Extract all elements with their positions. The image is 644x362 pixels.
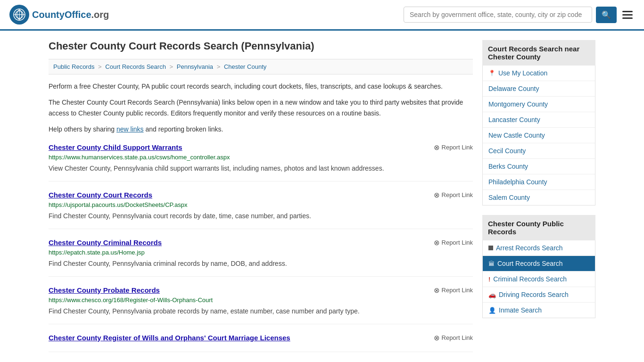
- breadcrumb-public-records[interactable]: Public Records: [53, 63, 94, 70]
- public-records-title: Chester County Public Records: [482, 215, 595, 240]
- new-links-link[interactable]: new links: [116, 125, 144, 133]
- location-icon: 📍: [488, 70, 495, 76]
- nearby-item-link[interactable]: Salem County: [488, 194, 530, 201]
- report-link[interactable]: ⊗Report Link: [434, 143, 473, 152]
- nearby-item-link[interactable]: Lancaster County: [488, 116, 540, 123]
- car-icon: 🚗: [488, 291, 496, 298]
- result-url: https://ujsportal.pacourts.us/DocketShee…: [49, 201, 473, 208]
- logo-suffix: .org: [91, 9, 109, 20]
- result-desc: View Chester County, Pennsylvania child …: [49, 164, 473, 173]
- public-records-item-label[interactable]: Driving Records Search: [499, 291, 569, 298]
- search-input[interactable]: [404, 7, 592, 23]
- nearby-item-link[interactable]: Montgomery County: [488, 100, 548, 108]
- logo-brand: CountyOffice: [32, 9, 91, 20]
- public-records-item[interactable]: !Criminal Records Search: [483, 272, 595, 287]
- result-url: https://epatch.state.pa.us/Home.jsp: [49, 249, 473, 256]
- results-list: Chester County Child Support Warrants⊗Re…: [49, 143, 473, 352]
- public-records-item-label[interactable]: Court Records Search: [497, 260, 563, 267]
- result-title[interactable]: Chester County Criminal Records: [49, 239, 162, 247]
- result-header: Chester County Child Support Warrants⊗Re…: [49, 143, 473, 152]
- nearby-item-link[interactable]: Cecil County: [488, 147, 526, 155]
- public-records-item-label[interactable]: Arrest Records Search: [496, 244, 563, 252]
- report-icon: ⊗: [434, 191, 440, 199]
- result-item: Chester County Child Support Warrants⊗Re…: [49, 143, 473, 181]
- report-icon: ⊗: [434, 334, 440, 342]
- public-records-item[interactable]: Arrest Records Search: [483, 240, 595, 256]
- nearby-item[interactable]: Cecil County: [483, 143, 595, 159]
- result-title[interactable]: Chester County Court Records: [49, 191, 152, 199]
- result-desc: Find Chester County, Pennsylvania probat…: [49, 306, 473, 316]
- search-icon: 🔍: [602, 11, 611, 19]
- nearby-item[interactable]: New Castle County: [483, 128, 595, 143]
- report-icon: ⊗: [434, 286, 440, 295]
- report-link[interactable]: ⊗Report Link: [434, 286, 473, 295]
- report-link[interactable]: ⊗Report Link: [434, 334, 473, 342]
- intro-text-1: Perform a free Chester County, PA public…: [49, 81, 473, 91]
- menu-button[interactable]: [620, 9, 635, 21]
- nearby-item[interactable]: Lancaster County: [483, 112, 595, 128]
- public-records-item[interactable]: 🚗Driving Records Search: [483, 287, 595, 303]
- nearby-item-link[interactable]: Berks County: [488, 163, 528, 170]
- result-item: Chester County Register of Wills and Orp…: [49, 334, 473, 352]
- report-icon: ⊗: [434, 239, 440, 247]
- menu-bar-1: [622, 11, 633, 12]
- breadcrumb-sep-3: >: [217, 63, 222, 70]
- result-title[interactable]: Chester County Probate Records: [49, 286, 160, 294]
- result-item: Chester County Criminal Records⊗Report L…: [49, 239, 473, 277]
- nearby-section: Court Records Search near Chester County…: [482, 40, 595, 206]
- nearby-item[interactable]: Berks County: [483, 159, 595, 174]
- public-records-section: Chester County Public Records Arrest Rec…: [482, 215, 595, 318]
- result-item: Chester County Court Records⊗Report Link…: [49, 191, 473, 229]
- sidebar: Court Records Search near Chester County…: [482, 40, 595, 362]
- public-records-item[interactable]: 🏛Court Records Search: [483, 256, 595, 272]
- share-text: Help others by sharing new links and rep…: [49, 124, 473, 134]
- report-label: Report Link: [442, 144, 473, 151]
- page-title: Chester County Court Records Search (Pen…: [49, 40, 473, 52]
- nearby-item[interactable]: Montgomery County: [483, 97, 595, 112]
- report-label: Report Link: [442, 334, 473, 341]
- public-records-item-label[interactable]: Criminal Records Search: [493, 275, 567, 283]
- nearby-item[interactable]: Salem County: [483, 190, 595, 205]
- nearby-item-link[interactable]: Use My Location: [498, 69, 547, 77]
- menu-bar-2: [622, 14, 633, 16]
- logo-area: CountyOffice.org: [9, 5, 109, 25]
- result-title[interactable]: Chester County Child Support Warrants: [49, 143, 182, 151]
- nearby-item[interactable]: Philadelphia County: [483, 174, 595, 190]
- building-icon: 🏛: [488, 260, 495, 267]
- share-before: Help others by sharing: [49, 125, 116, 133]
- search-button[interactable]: 🔍: [596, 7, 617, 23]
- nearby-title: Court Records Search near Chester County: [482, 40, 595, 66]
- logo-text: CountyOffice.org: [32, 9, 109, 20]
- result-title[interactable]: Chester County Register of Wills and Orp…: [49, 334, 290, 342]
- search-area: 🔍: [404, 7, 635, 23]
- result-header: Chester County Register of Wills and Orp…: [49, 334, 473, 342]
- report-label: Report Link: [442, 191, 473, 198]
- menu-bar-3: [622, 17, 633, 19]
- nearby-item-link[interactable]: New Castle County: [488, 132, 545, 139]
- intro-text-2: The Chester County Court Records Search …: [49, 97, 473, 118]
- report-label: Report Link: [442, 287, 473, 294]
- result-header: Chester County Probate Records⊗Report Li…: [49, 286, 473, 295]
- logo-icon: [9, 5, 29, 25]
- result-desc: Find Chester County, Pennsylvania crimin…: [49, 259, 473, 269]
- share-after: and reporting broken links.: [144, 125, 223, 133]
- nearby-item-link[interactable]: Delaware County: [488, 85, 539, 92]
- breadcrumb-sep-1: >: [98, 63, 103, 70]
- breadcrumb-pennsylvania[interactable]: Pennsylvania: [177, 63, 213, 70]
- public-records-item-label[interactable]: Inmate Search: [499, 306, 542, 314]
- square-icon: [488, 246, 493, 250]
- nearby-item[interactable]: 📍Use My Location: [483, 66, 595, 81]
- result-url: https://www.chesco.org/168/Register-of-W…: [49, 296, 473, 304]
- report-link[interactable]: ⊗Report Link: [434, 191, 473, 199]
- breadcrumb-chester-county[interactable]: Chester County: [224, 63, 266, 70]
- nearby-item[interactable]: Delaware County: [483, 81, 595, 97]
- breadcrumb: Public Records > Court Records Search > …: [49, 59, 473, 74]
- report-label: Report Link: [442, 239, 473, 246]
- nearby-item-link[interactable]: Philadelphia County: [488, 178, 547, 186]
- public-records-list: Arrest Records Search🏛Court Records Sear…: [482, 240, 595, 318]
- public-records-item[interactable]: 👤Inmate Search: [483, 303, 595, 318]
- report-link[interactable]: ⊗Report Link: [434, 239, 473, 247]
- content-area: Chester County Court Records Search (Pen…: [49, 40, 473, 362]
- breadcrumb-court-records[interactable]: Court Records Search: [105, 63, 166, 70]
- result-item: Chester County Probate Records⊗Report Li…: [49, 286, 473, 324]
